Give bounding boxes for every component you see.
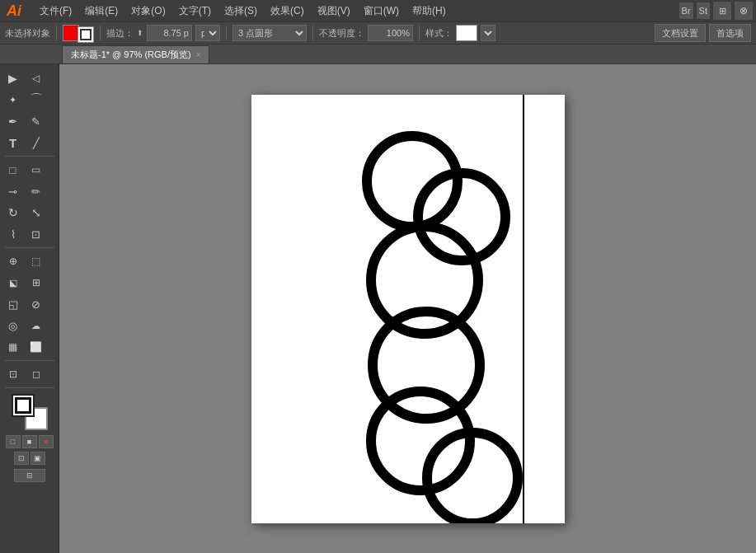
tool-row-6: ⊸ ✏ <box>2 180 58 202</box>
point-shape-select[interactable]: 3 点圆形 <box>232 25 307 41</box>
sep1 <box>56 26 57 40</box>
menu-select[interactable]: 选择(S) <box>218 2 264 20</box>
gradient-tool[interactable]: ◱ <box>2 293 25 315</box>
bridge-btn[interactable]: Br <box>679 2 693 19</box>
tab-label: 未标题-1* @ 97% (RGB/预览) <box>71 49 191 61</box>
tool-sep-1 <box>5 156 54 157</box>
stroke-unit-select[interactable]: p px pt <box>195 25 220 41</box>
selection-tool[interactable]: ▶ <box>2 68 25 89</box>
tool-row-2: ✦ ⌒ <box>2 89 58 110</box>
fill-color-swatch[interactable] <box>77 26 94 43</box>
stroke-color-swatch[interactable] <box>63 25 79 41</box>
blend-tool[interactable]: ◎ <box>2 315 25 336</box>
document-tab[interactable]: 未标题-1* @ 97% (RGB/预览) × <box>62 45 209 63</box>
menu-bar: Ai 文件(F) 编辑(E) 对象(O) 文字(T) 选择(S) 效果(C) 视… <box>0 0 756 21</box>
app-logo: Ai <box>3 2 25 20</box>
artwork-svg <box>251 95 565 523</box>
tool-row-5: □ ▭ <box>2 159 58 180</box>
no-selection-label: 未选择对象 <box>5 27 50 40</box>
opacity-label: 不透明度： <box>319 27 364 40</box>
pencil-tool[interactable]: ✏ <box>25 180 48 202</box>
tool-row-14: ⊡ ◻ <box>2 363 58 385</box>
tool-row-12: ◎ ☁ <box>2 315 58 336</box>
fill-swatch-fg[interactable] <box>12 394 35 417</box>
tool-row-13: ▦ ⬜ <box>2 336 58 358</box>
tool-row-4: T ╱ <box>2 132 58 153</box>
tab-bar: 未标题-1* @ 97% (RGB/预览) × <box>0 45 756 64</box>
sep2 <box>100 26 101 40</box>
perspective-tool[interactable]: ⬕ <box>2 272 25 293</box>
tool-sep-2 <box>5 247 54 248</box>
preferences-button[interactable]: 首选项 <box>709 24 751 42</box>
change-screen-mode-row: ⊟ <box>14 469 45 482</box>
tool-sep-4 <box>5 387 54 388</box>
rectangle-tool[interactable]: □ <box>2 159 25 180</box>
workspace-grid-icon[interactable]: ⊞ <box>713 2 731 20</box>
color-mode-x[interactable]: ✕ <box>39 435 54 448</box>
tool-row-10: ⬕ ⊞ <box>2 272 58 293</box>
mesh-tool[interactable]: ⊞ <box>25 272 48 293</box>
tool-row-3: ✒ ✎ <box>2 110 58 132</box>
menu-edit[interactable]: 编辑(E) <box>78 2 124 20</box>
change-screen-mode-btn[interactable]: ⊟ <box>14 469 45 482</box>
screen-mode-1[interactable]: ⊡ <box>14 452 29 465</box>
style-select[interactable] <box>481 25 495 41</box>
sep3 <box>226 26 227 40</box>
sep4 <box>312 26 313 40</box>
tool-sep-3 <box>5 360 54 361</box>
canvas-area[interactable] <box>59 64 756 553</box>
menu-help[interactable]: 帮助(H) <box>406 2 453 20</box>
main-area: ▶ ◁ ✦ ⌒ ✒ ✎ T ╱ □ ▭ ⊸ ✏ ↻ ⤡ ⌇ ⊡ <box>0 64 756 553</box>
magic-wand-tool[interactable]: ✦ <box>2 89 25 110</box>
rotate-tool[interactable]: ↻ <box>2 202 25 223</box>
stroke-weight-input[interactable] <box>147 25 192 41</box>
broadcast-icon[interactable]: ⊗ <box>735 2 753 20</box>
tab-close-button[interactable]: × <box>196 50 201 59</box>
artboard <box>251 95 565 523</box>
menu-object[interactable]: 对象(O) <box>124 2 171 20</box>
menu-effect[interactable]: 效果(C) <box>264 2 311 20</box>
eraser-tool[interactable]: ◻ <box>25 363 48 385</box>
screen-mode-2[interactable]: ▣ <box>31 452 45 465</box>
doc-settings-button[interactable]: 文档设置 <box>655 24 706 42</box>
free-transform-tool[interactable]: ⊡ <box>25 223 48 245</box>
opacity-input[interactable] <box>368 25 413 41</box>
menu-file[interactable]: 文件(F) <box>33 2 78 20</box>
options-bar: 未选择对象 描边： ⬆ p px pt 3 点圆形 不透明度： 样式： 文档设置… <box>0 21 756 45</box>
color-mode-row: □ ■ ✕ <box>6 435 54 448</box>
toolbox: ▶ ◁ ✦ ⌒ ✒ ✎ T ╱ □ ▭ ⊸ ✏ ↻ ⤡ ⌇ ⊡ <box>0 64 59 553</box>
style-swatch[interactable] <box>456 25 477 41</box>
tool-row-11: ◱ ⊘ <box>2 293 58 315</box>
paintbrush-tool[interactable]: ⊸ <box>2 180 25 202</box>
canvas-wrapper <box>251 95 565 523</box>
shape-builder-tool[interactable]: ⊕ <box>2 251 25 272</box>
color-mode-solid[interactable]: ■ <box>22 435 37 448</box>
line-tool[interactable]: ╱ <box>25 132 48 153</box>
add-anchor-tool[interactable]: ✎ <box>25 110 48 132</box>
pen-tool[interactable]: ✒ <box>2 110 25 132</box>
tool-row-9: ⊕ ⬚ <box>2 251 58 272</box>
menu-type[interactable]: 文字(T) <box>172 2 218 20</box>
eyedropper-tool[interactable]: ⊘ <box>25 293 48 315</box>
warp-tool[interactable]: ⌇ <box>2 223 25 245</box>
menu-window[interactable]: 窗口(W) <box>357 2 406 20</box>
lasso-tool[interactable]: ⌒ <box>25 89 48 110</box>
column-graph-tool[interactable]: ▦ <box>2 336 25 358</box>
menu-view[interactable]: 视图(V) <box>311 2 357 20</box>
rounded-rect-tool[interactable]: ▭ <box>25 159 48 180</box>
tool-row-8: ⌇ ⊡ <box>2 223 58 245</box>
color-mode-none[interactable]: □ <box>6 435 21 448</box>
type-tool[interactable]: T <box>2 132 25 153</box>
symbol-sprayer-tool[interactable]: ☁ <box>25 315 48 336</box>
color-swatch-area <box>8 394 51 430</box>
stock-btn[interactable]: St <box>697 2 710 19</box>
direct-selection-tool[interactable]: ◁ <box>25 68 48 89</box>
live-paint-tool[interactable]: ⬚ <box>25 251 48 272</box>
stroke-weight-icon: ⬆ <box>137 29 143 37</box>
slice-tool[interactable]: ⊡ <box>2 363 25 385</box>
artboard-tool[interactable]: ⬜ <box>25 336 48 358</box>
view-mode-row: ⊡ ▣ <box>14 452 45 465</box>
stroke-weight-label: 描边： <box>106 27 134 40</box>
scale-tool[interactable]: ⤡ <box>25 202 48 223</box>
sep5 <box>419 26 420 40</box>
